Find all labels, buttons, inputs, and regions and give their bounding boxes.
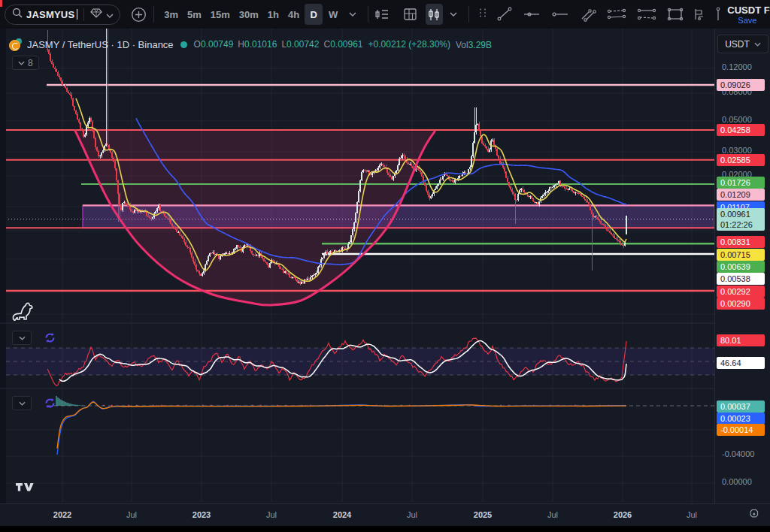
- time-label: 2025: [474, 510, 492, 519]
- axis-tick: 0.00000: [722, 477, 752, 486]
- search-icon: [12, 8, 23, 21]
- time-scale[interactable]: 2022Jul2023Jul2024Jul2025Jul2026Jul: [0, 503, 770, 526]
- bottom-strip: [0, 526, 770, 532]
- interval-5m[interactable]: 5m: [183, 4, 205, 25]
- current-price-label: 0.0096101:22:26: [717, 208, 765, 231]
- market-status-dot: [180, 41, 187, 48]
- symbol-search-text: JASMYUS: [26, 9, 74, 20]
- interval-15m[interactable]: 15m: [207, 4, 234, 25]
- right-symbol-group: CUSDT F Save: [727, 5, 770, 25]
- flat-channel-icon[interactable]: [637, 4, 656, 25]
- interval-30m[interactable]: 30m: [235, 4, 262, 25]
- price-label: 0.00023: [717, 413, 765, 425]
- price-label: 0.02585: [717, 154, 765, 166]
- time-label: Jul: [547, 510, 558, 519]
- price-label: 0.00639: [717, 261, 765, 273]
- tradingview-logo[interactable]: [15, 479, 36, 495]
- currency-toggle-button[interactable]: USDT: [717, 35, 768, 53]
- axis-tick: 0.05000: [722, 115, 752, 124]
- cross-trend-icon[interactable]: [579, 4, 597, 25]
- chevron-down-icon[interactable]: [106, 8, 114, 21]
- chart-area[interactable]: JASMY / TetherUS · 1D · Binance O0.00749…: [0, 29, 770, 526]
- interval-3m[interactable]: 3m: [160, 4, 182, 25]
- ohlc-values: O0.00749H0.01016L0.00742C0.00961: [194, 39, 363, 50]
- time-label: Jul: [407, 510, 417, 519]
- indicators-icon[interactable]: [373, 4, 391, 25]
- price-label: 0.01726: [717, 177, 765, 189]
- price-label: 0.00292: [717, 286, 765, 298]
- ohlc-o: O0.00749: [194, 39, 234, 50]
- time-label: 2026: [614, 510, 632, 519]
- price-label: 0.00715: [717, 249, 765, 261]
- interval-buttons: 3m5m15m30m1h4hDW: [160, 4, 342, 25]
- right-symbol-text: CUSDT F: [727, 5, 769, 16]
- jasmy-coin-icon: [9, 38, 22, 51]
- interval-1h[interactable]: 1h: [264, 4, 283, 25]
- symbol-title[interactable]: JASMY / TetherUS · 1D · Binance: [27, 39, 174, 50]
- dino-sticker[interactable]: [11, 301, 37, 329]
- add-symbol-compare-button[interactable]: [128, 4, 149, 25]
- price-label: 0.09026: [717, 79, 765, 91]
- chart-legend: JASMY / TetherUS · 1D · Binance O0.00749…: [9, 38, 492, 51]
- scale-settings-gear-icon[interactable]: [747, 507, 760, 523]
- time-label: Jul: [126, 510, 137, 519]
- time-label: Jul: [687, 510, 697, 519]
- chevron-down-icon: [19, 336, 26, 340]
- change-value: +0.00212 (+28.30%): [368, 39, 450, 50]
- axis-tick: -0.04000: [722, 449, 754, 458]
- symbol-search[interactable]: JASMYUS: [5, 5, 120, 25]
- axis-tick: 0.12000: [722, 62, 752, 71]
- indicators-collapse-chip[interactable]: 8: [12, 56, 39, 70]
- interval-chevron-button[interactable]: [342, 4, 363, 25]
- top-toolbar: JASMYUS 3m5m15m30m1h4hDW: [0, 0, 770, 29]
- price-label: 0.01209: [717, 189, 765, 201]
- rsi-pane-collapse[interactable]: [12, 331, 32, 345]
- vertical-line-icon[interactable]: [710, 4, 728, 25]
- diamond-icon[interactable]: [90, 8, 102, 21]
- ohlc-h: H0.01016: [238, 39, 277, 50]
- horizontal-ray-icon[interactable]: [551, 4, 569, 25]
- time-label: 2024: [333, 510, 351, 519]
- oscillator-loading-icon[interactable]: [43, 396, 57, 410]
- price-scale[interactable]: USDT 0.120000.080000.050000.030000.02000…: [714, 29, 770, 503]
- grid-layout-icon[interactable]: [402, 4, 420, 25]
- oscillator-pane-collapse[interactable]: [12, 396, 32, 410]
- parallel-channel-icon[interactable]: [607, 4, 626, 25]
- horizontal-line-icon[interactable]: [523, 4, 541, 25]
- chart-style-chevron[interactable]: [443, 4, 464, 25]
- ohlc-c: C0.00961: [323, 39, 362, 50]
- price-label: 0.00037: [717, 401, 765, 413]
- tradingview-chart-window: { "toolbar": { "search_symbol": "JASMYUS…: [0, 0, 770, 532]
- notification-sliver: [0, 0, 2, 7]
- rectangle-tool-icon[interactable]: [666, 4, 684, 25]
- chevron-down-icon: [18, 61, 25, 65]
- time-label: Jul: [266, 510, 277, 519]
- price-label: 0.04258: [717, 124, 765, 136]
- price-label: 46.64: [717, 357, 765, 369]
- rsi-loading-icon[interactable]: [43, 331, 57, 345]
- ohlc-l: L0.00742: [281, 39, 319, 50]
- price-label: 0.00290: [717, 298, 765, 310]
- chevron-down-icon: [754, 42, 761, 47]
- bars-pattern-icon[interactable]: [690, 4, 708, 25]
- price-label: -0.00014: [717, 424, 765, 436]
- time-label: 2022: [53, 510, 71, 519]
- chevron-down-icon: [19, 401, 26, 406]
- save-button[interactable]: Save: [738, 16, 756, 25]
- interval-4h[interactable]: 4h: [284, 4, 303, 25]
- trend-line-icon[interactable]: [496, 4, 514, 25]
- volume-value: Vol3.29B: [456, 38, 492, 51]
- price-label: 0.00831: [717, 236, 765, 248]
- interval-D[interactable]: D: [305, 4, 323, 25]
- chart-canvas[interactable]: [0, 29, 770, 526]
- drag-handle-icon[interactable]: [478, 8, 487, 21]
- time-label: 2023: [192, 510, 211, 519]
- interval-W[interactable]: W: [324, 4, 342, 25]
- text-cursor: [77, 9, 77, 20]
- chart-style-candles-icon[interactable]: [426, 4, 444, 25]
- price-label: 0.00538: [717, 273, 765, 285]
- price-label: 80.01: [717, 334, 765, 346]
